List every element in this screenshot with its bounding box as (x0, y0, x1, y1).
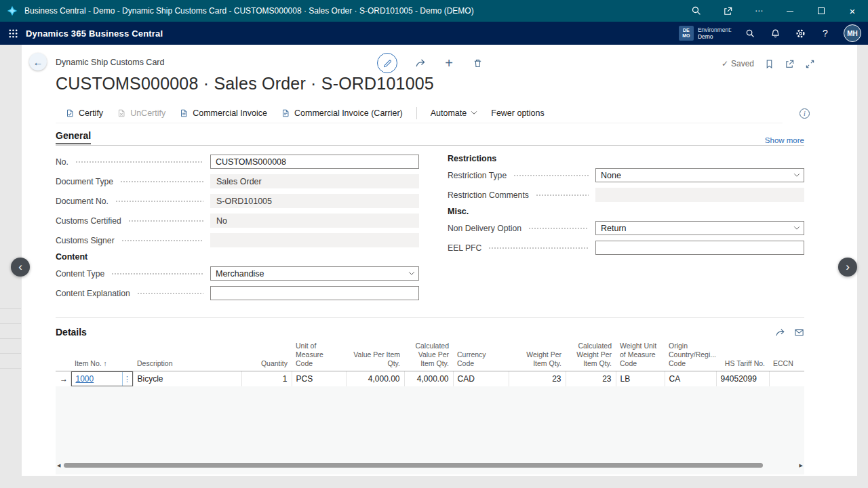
column-currency-code[interactable]: Currency Code (453, 342, 509, 371)
scrollbar-track[interactable] (64, 463, 795, 468)
uncertify-icon (117, 108, 126, 118)
column-weight-per-item[interactable]: Weight Per Item Qty. (509, 342, 566, 371)
column-unit-of-measure[interactable]: Unit of Measure Code (292, 342, 346, 371)
show-more-link[interactable]: Show more (765, 136, 804, 144)
commercial-invoice-action[interactable]: Commercial Invoice (179, 108, 267, 118)
uncertify-action[interactable]: UnCertify (117, 108, 165, 118)
commercial-invoice-carrier-action[interactable]: Commercial Invoice (Carrier) (281, 108, 403, 118)
automate-menu[interactable]: Automate (431, 108, 478, 118)
back-arrow-icon: ← (33, 56, 43, 68)
content-explanation-input[interactable] (210, 286, 419, 300)
horizontal-scrollbar[interactable]: ◀ ▶ (57, 460, 803, 470)
previous-record-button[interactable]: ‹ (11, 258, 30, 277)
breadcrumb[interactable]: Dynamic Ship Customs Card (56, 58, 164, 67)
certify-action[interactable]: Certify (65, 108, 103, 118)
calculated-value-per-item-cell[interactable]: 4,000.00 (404, 371, 453, 387)
value-per-item-cell[interactable]: 4,000.00 (346, 371, 404, 387)
titlebar-open-in-window-button[interactable] (712, 0, 743, 22)
settings-button[interactable] (793, 26, 807, 40)
scroll-right-icon[interactable]: ▶ (800, 463, 803, 468)
page-info-button[interactable]: i (800, 108, 810, 119)
restrictions-subheading: Restrictions (448, 152, 804, 165)
search-icon (691, 5, 702, 16)
no-input[interactable] (210, 155, 419, 169)
non-delivery-option-select[interactable]: Return (595, 221, 804, 235)
restriction-type-select[interactable]: None (595, 168, 804, 182)
minimize-button[interactable] (774, 0, 806, 22)
share-button[interactable] (415, 58, 426, 68)
unit-of-measure-cell[interactable]: PCS (292, 371, 346, 387)
item-no-cell[interactable]: 1000 ⋮ (71, 371, 133, 387)
eccn-cell[interactable] (769, 371, 804, 387)
column-description[interactable]: Description (133, 342, 241, 371)
weight-per-item-cell[interactable]: 23 (509, 371, 566, 387)
calculated-weight-per-item-cell[interactable]: 23 (566, 371, 616, 387)
open-in-new-window-button[interactable] (784, 58, 795, 69)
chevron-down-icon (408, 271, 415, 276)
origin-country-cell[interactable]: CA (665, 371, 716, 387)
popout-icon (785, 59, 795, 69)
maximize-button[interactable] (806, 0, 837, 22)
help-button[interactable]: ? (818, 26, 832, 40)
titlebar-more-button[interactable]: ⋯ (743, 0, 774, 22)
column-quantity[interactable]: Quantity (241, 342, 292, 371)
avatar[interactable]: MH (844, 24, 861, 42)
save-status: ✓ Saved (722, 59, 754, 68)
column-calculated-weight-per-item[interactable]: Calculated Weight Per Item Qty. (566, 342, 616, 371)
weight-unit-cell[interactable]: LB (616, 371, 665, 387)
share-icon (415, 58, 426, 68)
row-arrow-icon: → (60, 374, 68, 384)
details-section-heading[interactable]: Details (56, 327, 87, 338)
details-share-button[interactable] (774, 327, 785, 338)
grid-header-row: Item No. ↑ Description Quantity Unit of … (56, 342, 804, 371)
cell-menu-button[interactable]: ⋮ (122, 372, 132, 386)
content-type-select[interactable]: Merchandise (210, 266, 419, 281)
scroll-left-icon[interactable]: ◀ (57, 463, 60, 468)
field-restriction-type: Restriction Type None (448, 165, 804, 185)
focus-mode-button[interactable] (804, 58, 815, 69)
column-value-per-item[interactable]: Value Per Item Qty. (346, 342, 404, 371)
column-item-no[interactable]: Item No. ↑ (71, 342, 133, 371)
titlebar-search-button[interactable] (681, 0, 712, 22)
currency-code-cell[interactable]: CAD (453, 371, 509, 387)
column-hs-tariff-no[interactable]: HS Tariff No. (716, 342, 769, 371)
back-button[interactable]: ← (29, 53, 47, 70)
bookmark-button[interactable] (764, 58, 774, 69)
gear-icon (795, 28, 806, 39)
field-non-delivery-option: Non Delivery Option Return (448, 218, 804, 238)
field-restriction-comments: Restriction Comments (448, 185, 804, 205)
column-eccn[interactable]: ECCN (769, 342, 804, 371)
left-rail-divider (0, 308, 21, 309)
general-section-heading[interactable]: General (56, 130, 91, 144)
field-customs-signer: Customs Signer (56, 230, 419, 250)
row-marker-cell[interactable]: → (56, 371, 71, 387)
column-origin-country[interactable]: Origin Country/Regi... Code (665, 342, 716, 371)
next-record-button[interactable]: › (838, 258, 857, 277)
description-cell[interactable]: Bicycle (133, 371, 241, 387)
ellipsis-icon: ⋯ (755, 6, 763, 16)
dotted-leader (121, 240, 203, 241)
column-calculated-value-per-item[interactable]: Calculated Value Per Item Qty. (404, 342, 453, 371)
edit-button[interactable] (377, 53, 397, 73)
close-button[interactable]: × (837, 0, 868, 22)
quantity-cell[interactable]: 1 (241, 371, 292, 387)
notifications-button[interactable] (768, 26, 782, 40)
left-rail-divider (0, 338, 21, 339)
app-brand[interactable]: Dynamics 365 Business Central (26, 28, 163, 39)
scrollbar-thumb[interactable] (64, 463, 763, 468)
item-no-link[interactable]: 1000 (72, 372, 122, 386)
window-title: Business Central - Demo - Dynamic Ship C… (24, 6, 474, 16)
fewer-options-button[interactable]: Fewer options (491, 108, 545, 118)
app-launcher-button[interactable] (0, 22, 26, 45)
details-open-in-excel-button[interactable] (793, 327, 804, 338)
new-button[interactable]: + (443, 58, 454, 68)
delete-button[interactable] (472, 58, 483, 68)
header-search-button[interactable] (743, 26, 757, 40)
eel-pfc-input[interactable] (595, 241, 804, 255)
hs-tariff-no-cell[interactable]: 94052099 (716, 371, 769, 387)
envelope-icon (794, 327, 804, 338)
column-weight-unit[interactable]: Weight Unit of Measure Code (616, 342, 665, 371)
waffle-icon (8, 28, 18, 39)
page-title: CUSTOMS000008 · Sales Order · S-ORD10100… (56, 74, 434, 94)
commercial-invoice-carrier-icon (281, 108, 290, 118)
